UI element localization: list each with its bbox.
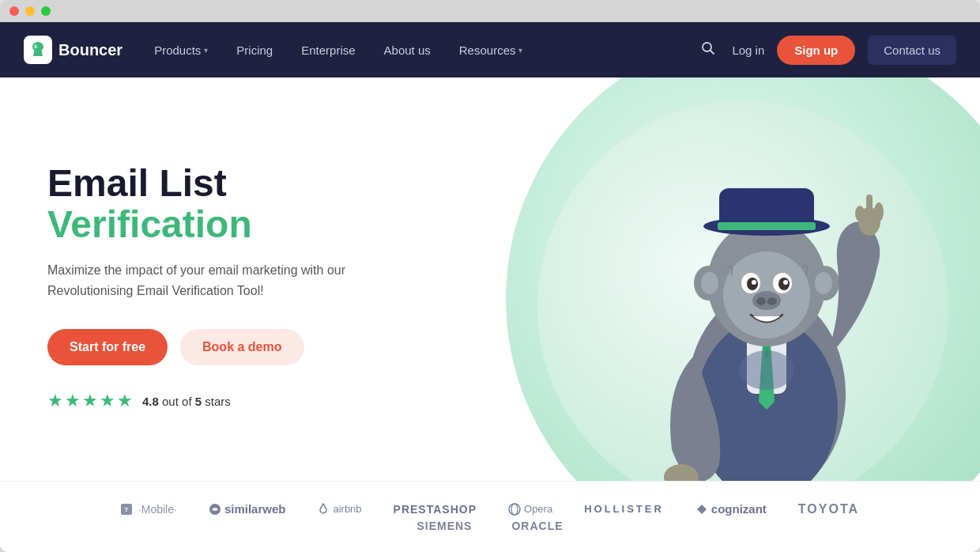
nav-right: Log in Sign up Contact us bbox=[697, 36, 956, 65]
hero-title: Email List Verification bbox=[47, 163, 411, 247]
opera-logo: Opera bbox=[508, 503, 552, 516]
logo[interactable]: Bouncer bbox=[24, 36, 122, 64]
gorilla-illustration bbox=[601, 117, 933, 481]
svg-point-26 bbox=[874, 202, 884, 221]
tmobile-logo: T ·Mobile· bbox=[121, 503, 177, 516]
logos-bar: T ·Mobile· similarweb airbnb PRESTASHOP … bbox=[0, 481, 980, 552]
hero-section: Email List Verification Maximize the imp… bbox=[0, 78, 980, 481]
site: Bouncer Products ▾ Pricing Enterprise Ab… bbox=[0, 22, 980, 552]
svg-point-15 bbox=[752, 280, 756, 285]
svg-point-23 bbox=[815, 272, 832, 294]
svg-rect-25 bbox=[866, 195, 873, 225]
start-free-button[interactable]: Start for free bbox=[47, 329, 168, 365]
svg-point-21 bbox=[701, 272, 718, 294]
resources-chevron-icon: ▾ bbox=[518, 46, 522, 55]
toyota-logo: TOYOTA bbox=[798, 502, 859, 516]
cognizant-logo: cognizant bbox=[695, 502, 767, 516]
hero-left: Email List Verification Maximize the imp… bbox=[0, 78, 411, 481]
svg-point-34 bbox=[511, 504, 518, 515]
airbnb-logo: airbnb bbox=[317, 503, 361, 516]
search-icon[interactable] bbox=[697, 37, 719, 63]
rating-row: ★★★★★ 4.8 out of 5 stars bbox=[47, 391, 411, 411]
maximize-dot[interactable] bbox=[41, 6, 51, 16]
signup-button[interactable]: Sign up bbox=[777, 36, 855, 65]
star-icons: ★★★★★ bbox=[47, 391, 134, 411]
svg-point-16 bbox=[783, 280, 788, 285]
minimize-dot[interactable] bbox=[25, 6, 35, 16]
hero-subtitle: Maximize the impact of your email market… bbox=[47, 260, 364, 301]
close-dot[interactable] bbox=[9, 6, 19, 16]
login-button[interactable]: Log in bbox=[732, 43, 764, 57]
logo-text: Bouncer bbox=[58, 41, 122, 59]
svg-point-29 bbox=[739, 350, 794, 390]
nav-enterprise[interactable]: Enterprise bbox=[288, 37, 368, 63]
oracle-logo: ORACLE bbox=[511, 520, 563, 532]
svg-point-18 bbox=[756, 297, 766, 305]
navbar: Bouncer Products ▾ Pricing Enterprise Ab… bbox=[0, 22, 980, 78]
svg-rect-10 bbox=[718, 222, 816, 230]
titlebar bbox=[0, 0, 980, 22]
prestashop-logo: PRESTASHOP bbox=[394, 503, 477, 516]
nav-pricing[interactable]: Pricing bbox=[224, 37, 285, 63]
svg-line-2 bbox=[710, 50, 714, 54]
hollister-logo: HOLLISTER bbox=[584, 503, 664, 515]
products-chevron-icon: ▾ bbox=[204, 46, 208, 55]
svg-text:T: T bbox=[125, 506, 129, 513]
contact-button[interactable]: Contact us bbox=[868, 36, 956, 65]
hero-buttons: Start for free Book a demo bbox=[47, 329, 411, 365]
nav-items: Products ▾ Pricing Enterprise About us R… bbox=[141, 37, 697, 63]
nav-resources[interactable]: Resources ▾ bbox=[447, 37, 536, 63]
book-demo-button[interactable]: Book a demo bbox=[180, 329, 303, 365]
window: Bouncer Products ▾ Pricing Enterprise Ab… bbox=[0, 0, 980, 552]
nav-about[interactable]: About us bbox=[371, 37, 443, 63]
similarweb-logo: similarweb bbox=[209, 502, 286, 516]
logo-icon bbox=[24, 36, 52, 64]
logos-row-2: SIEMENS ORACLE bbox=[32, 520, 948, 532]
nav-products[interactable]: Products ▾ bbox=[141, 37, 220, 63]
svg-point-33 bbox=[509, 504, 520, 515]
gorilla-svg bbox=[624, 149, 909, 481]
siemens-logo: SIEMENS bbox=[416, 520, 472, 532]
hero-right bbox=[411, 78, 980, 481]
svg-point-0 bbox=[34, 45, 37, 49]
logos-row-1: T ·Mobile· similarweb airbnb PRESTASHOP … bbox=[32, 502, 948, 516]
svg-point-27 bbox=[855, 206, 865, 221]
rating-text: 4.8 out of 5 stars bbox=[142, 395, 231, 408]
svg-point-19 bbox=[767, 297, 777, 305]
